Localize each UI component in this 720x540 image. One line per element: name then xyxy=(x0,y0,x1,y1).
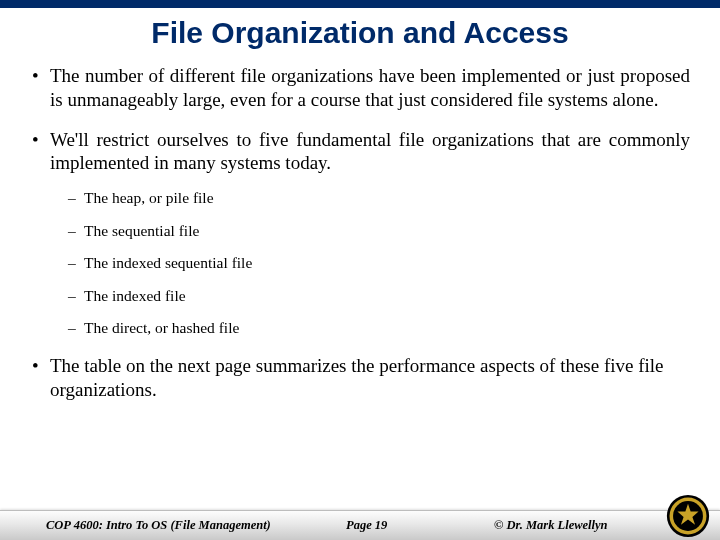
bullet-list-after: The table on the next page summarizes th… xyxy=(30,354,690,402)
footer-page: Page 19 xyxy=(346,518,446,533)
sub-bullet-item: The indexed file xyxy=(68,287,690,306)
ucf-logo-icon xyxy=(666,494,710,538)
top-accent-bar xyxy=(0,0,720,8)
slide-footer: COP 4600: Intro To OS (File Management) … xyxy=(0,510,720,540)
bullet-item: We'll restrict ourselves to five fundame… xyxy=(30,128,690,338)
slide-content: The number of different file organizatio… xyxy=(0,64,720,401)
sub-bullet-item: The indexed sequential file xyxy=(68,254,690,273)
footer-course: COP 4600: Intro To OS (File Management) xyxy=(46,518,306,533)
bullet-item: The number of different file organizatio… xyxy=(30,64,690,112)
footer-copyright: © Dr. Mark Llewellyn xyxy=(494,518,608,533)
sub-bullet-item: The sequential file xyxy=(68,222,690,241)
bullet-text: We'll restrict ourselves to five fundame… xyxy=(50,129,690,174)
bullet-list: The number of different file organizatio… xyxy=(30,64,690,338)
sub-bullet-list: The heap, or pile file The sequential fi… xyxy=(68,189,690,338)
bullet-item: The table on the next page summarizes th… xyxy=(30,354,690,402)
sub-bullet-item: The direct, or hashed file xyxy=(68,319,690,338)
sub-bullet-item: The heap, or pile file xyxy=(68,189,690,208)
slide-title: File Organization and Access xyxy=(0,16,720,50)
